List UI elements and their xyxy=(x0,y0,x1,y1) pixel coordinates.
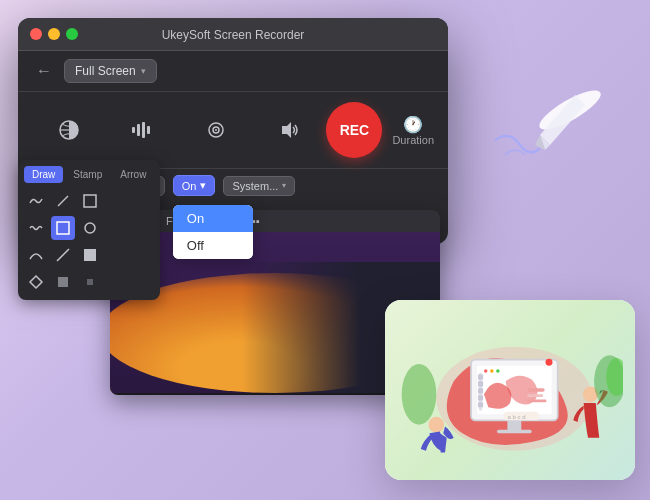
svg-line-20 xyxy=(58,196,68,206)
camera-icon xyxy=(198,116,234,144)
svg-rect-46 xyxy=(478,374,483,379)
tab-arrow[interactable]: Arrow xyxy=(112,166,154,183)
svg-text:a b c d: a b c d xyxy=(507,414,525,420)
svg-rect-27 xyxy=(58,277,68,287)
chevron-down-icon: ▾ xyxy=(141,66,146,76)
svg-rect-2 xyxy=(132,127,135,133)
system-audio-label: System... xyxy=(232,180,278,192)
title-bar: UkeySoft Screen Recorder xyxy=(18,18,448,51)
svg-rect-49 xyxy=(478,395,483,400)
svg-point-42 xyxy=(546,359,553,366)
svg-rect-4 xyxy=(142,122,145,138)
draw-tool-rect-small[interactable] xyxy=(51,270,75,294)
svg-rect-35 xyxy=(497,430,532,433)
draw-tool-curve[interactable] xyxy=(24,243,48,267)
speaker-icon xyxy=(272,116,308,144)
mode-label: Full Screen xyxy=(75,64,136,78)
draw-tool-wave[interactable] xyxy=(24,189,48,213)
camera-toggle-dropdown[interactable]: On ▾ xyxy=(173,175,216,196)
camera-tool[interactable] xyxy=(179,116,253,144)
draw-panel: Draw Stamp Arrow xyxy=(18,160,160,300)
draw-tool-rect-outline[interactable] xyxy=(78,189,102,213)
svg-marker-26 xyxy=(30,276,42,288)
svg-marker-9 xyxy=(282,122,291,138)
svg-rect-21 xyxy=(84,195,96,207)
system-audio-dropdown[interactable]: System... ▾ xyxy=(223,176,295,196)
svg-point-41 xyxy=(496,369,499,372)
draw-tool-fill-rect[interactable] xyxy=(78,243,102,267)
audio-tool[interactable] xyxy=(106,116,180,144)
camera-off-option[interactable]: Off xyxy=(173,232,253,259)
draw-tools-grid xyxy=(24,189,154,294)
draw-tool-circle[interactable] xyxy=(78,216,102,240)
camera-popup: On Off xyxy=(173,205,253,259)
back-button[interactable]: ← xyxy=(32,59,56,83)
svg-point-40 xyxy=(490,369,493,372)
display-icon xyxy=(51,116,87,144)
svg-point-54 xyxy=(402,364,437,425)
tab-draw[interactable]: Draw xyxy=(24,166,63,183)
draw-tool-diamond[interactable] xyxy=(24,270,48,294)
illustration-content: a b c d xyxy=(385,300,635,480)
svg-rect-22 xyxy=(57,222,69,234)
toolbar-row2: REC 🕐 Duration xyxy=(18,92,448,169)
svg-rect-34 xyxy=(507,420,521,430)
svg-rect-36 xyxy=(527,388,544,391)
traffic-lights xyxy=(30,28,78,40)
draw-tool-diag[interactable] xyxy=(51,243,75,267)
svg-point-23 xyxy=(85,223,95,233)
window-title: UkeySoft Screen Recorder xyxy=(162,28,305,42)
toolbar-row1: ← Full Screen ▾ xyxy=(18,51,448,92)
svg-rect-50 xyxy=(478,402,483,407)
svg-point-8 xyxy=(215,129,217,131)
camera-on-option[interactable]: On xyxy=(173,205,253,232)
camera-status-label: On xyxy=(182,180,197,192)
close-button[interactable] xyxy=(30,28,42,40)
svg-rect-48 xyxy=(478,388,483,393)
display-tool[interactable] xyxy=(32,116,106,144)
duration-label: Duration xyxy=(392,134,434,146)
illustration-card: a b c d xyxy=(385,300,635,480)
svg-rect-5 xyxy=(147,126,150,134)
chevron-down-icon: ▾ xyxy=(282,181,286,190)
svg-rect-3 xyxy=(137,124,140,136)
illustration-svg: a b c d xyxy=(397,312,623,468)
duration-area: 🕐 Duration xyxy=(392,115,434,146)
draw-tabs: Draw Stamp Arrow xyxy=(24,166,154,183)
svg-rect-37 xyxy=(527,394,543,397)
tab-stamp[interactable]: Stamp xyxy=(65,166,110,183)
svg-rect-47 xyxy=(478,381,483,386)
svg-rect-38 xyxy=(527,400,546,403)
svg-point-51 xyxy=(429,417,445,433)
tool-group xyxy=(32,116,326,144)
rec-button[interactable]: REC xyxy=(326,102,382,158)
chevron-down-icon: ▾ xyxy=(200,179,206,192)
svg-point-39 xyxy=(484,369,487,372)
pen-illustration xyxy=(485,80,615,170)
maximize-button[interactable] xyxy=(66,28,78,40)
draw-tool-rect-selected[interactable] xyxy=(51,216,75,240)
speaker-tool[interactable] xyxy=(253,116,327,144)
svg-line-24 xyxy=(57,249,69,261)
clock-icon: 🕐 xyxy=(403,115,423,134)
mode-dropdown[interactable]: Full Screen ▾ xyxy=(64,59,157,83)
draw-tool-line[interactable] xyxy=(51,189,75,213)
draw-tool-small-square[interactable] xyxy=(78,270,102,294)
audio-icon xyxy=(124,116,160,144)
svg-rect-28 xyxy=(87,279,93,285)
svg-rect-25 xyxy=(84,249,96,261)
draw-tool-squiggle[interactable] xyxy=(24,216,48,240)
minimize-button[interactable] xyxy=(48,28,60,40)
